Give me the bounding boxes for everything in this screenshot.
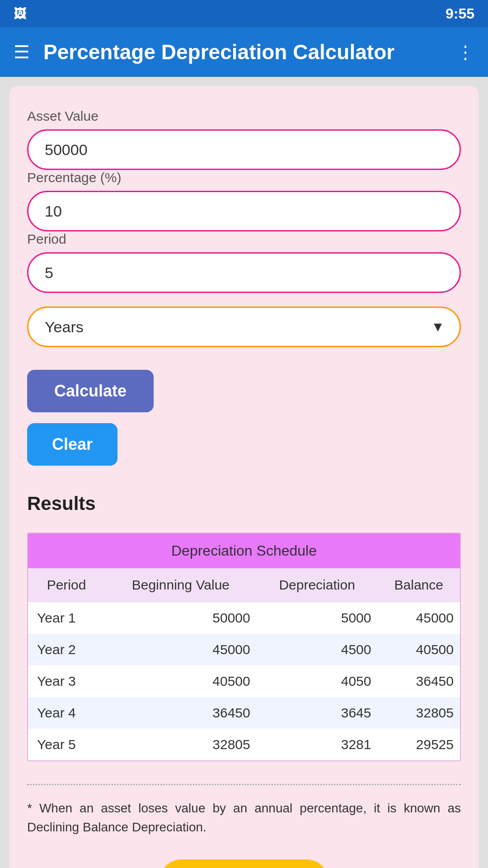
results-title: Results <box>27 493 461 514</box>
cell-depreciation: 4050 <box>257 665 378 697</box>
cell-period: Year 1 <box>28 602 105 634</box>
period-input[interactable] <box>27 252 461 293</box>
cell-balance: 40500 <box>378 634 460 665</box>
cell-beginning-value: 45000 <box>105 634 257 665</box>
menu-icon[interactable]: ☰ <box>14 43 30 61</box>
depreciation-table-container: Depreciation Schedule Period Beginning V… <box>27 533 461 761</box>
status-bar: 🖼 9:55 <box>0 0 488 27</box>
col-header-period: Period <box>28 568 105 602</box>
cell-depreciation: 3645 <box>257 697 378 729</box>
cell-period: Year 2 <box>28 634 105 665</box>
cell-beginning-value: 32805 <box>105 729 257 760</box>
main-card: Asset Value Percentage (%) Period Years … <box>9 86 479 868</box>
table-header-row: Period Beginning Value Depreciation Bala… <box>28 568 460 602</box>
clear-button[interactable]: Clear <box>27 423 117 466</box>
period-type-dropdown-wrapper: Years Months ▼ <box>27 307 461 347</box>
app-bar: ☰ Percentage Depreciation Calculator ⋮ <box>0 27 488 77</box>
period-type-select[interactable]: Years Months <box>27 307 461 347</box>
cell-beginning-value: 50000 <box>105 602 257 634</box>
cell-balance: 32805 <box>378 697 460 729</box>
col-header-beginning-value: Beginning Value <box>105 568 257 602</box>
more-options-icon[interactable]: ⋮ <box>456 42 474 62</box>
cell-beginning-value: 36450 <box>105 697 257 729</box>
col-header-balance: Balance <box>378 568 460 602</box>
percentage-input[interactable] <box>27 191 461 231</box>
app-title: Percentage Depreciation Calculator <box>43 40 443 64</box>
table-row: Year 436450364532805 <box>28 697 460 729</box>
percentage-field-group: Percentage (%) <box>27 170 461 231</box>
cell-balance: 36450 <box>378 665 460 697</box>
cell-balance: 45000 <box>378 602 460 634</box>
dotted-divider <box>27 784 461 785</box>
cell-depreciation: 3281 <box>257 729 378 760</box>
footnote-text: * When an asset loses value by an annual… <box>27 799 461 837</box>
depreciation-table: Period Beginning Value Depreciation Bala… <box>28 568 460 760</box>
table-row: Year 340500405036450 <box>28 665 460 697</box>
status-bar-time: 9:55 <box>446 5 474 22</box>
cell-period: Year 3 <box>28 665 105 697</box>
calculate-button[interactable]: Calculate <box>27 370 154 412</box>
results-section: Results Depreciation Schedule Period Beg… <box>27 493 461 837</box>
cell-period: Year 4 <box>28 697 105 729</box>
cell-depreciation: 5000 <box>257 602 378 634</box>
asset-value-label: Asset Value <box>27 108 461 124</box>
table-row: Year 245000450040500 <box>28 634 460 665</box>
cell-depreciation: 4500 <box>257 634 378 665</box>
cell-period: Year 5 <box>28 729 105 760</box>
table-row: Year 150000500045000 <box>28 602 460 634</box>
table-row: Year 532805328129525 <box>28 729 460 760</box>
asset-value-field-group: Asset Value <box>27 108 461 170</box>
cell-balance: 29525 <box>378 729 460 760</box>
table-schedule-title: Depreciation Schedule <box>28 533 460 568</box>
period-field-group: Period <box>27 231 461 293</box>
percentage-label: Percentage (%) <box>27 170 461 185</box>
period-label: Period <box>27 231 461 247</box>
go-home-button[interactable]: Go to Home <box>159 859 328 868</box>
cell-beginning-value: 40500 <box>105 665 257 697</box>
col-header-depreciation: Depreciation <box>257 568 378 602</box>
asset-value-input[interactable] <box>27 129 461 170</box>
status-bar-icon: 🖼 <box>14 6 26 21</box>
